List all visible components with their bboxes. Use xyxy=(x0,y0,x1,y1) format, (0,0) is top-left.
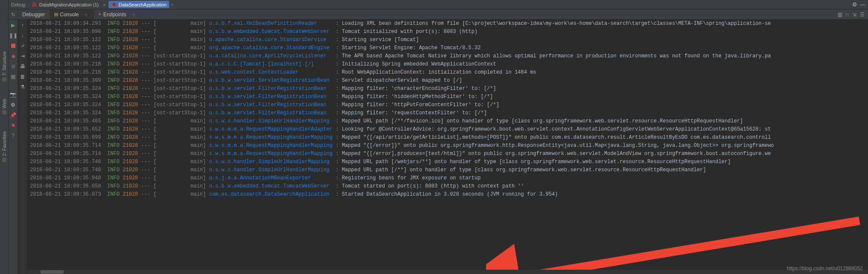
stop-icon[interactable] xyxy=(10,43,16,49)
bug-icon: 🐞 xyxy=(31,2,37,7)
debug-toolbar: ↻ Debugger ▤ Console →| ✦ Endpoints →| ▥… xyxy=(9,9,868,20)
layout-icon[interactable]: ▥ xyxy=(838,12,842,18)
help-icon[interactable]: ? xyxy=(10,133,16,139)
tab-console[interactable]: ▤ Console →| xyxy=(50,9,93,19)
log-line: 2018-08-21 18:09:35.699 INFO 21028 --- [… xyxy=(30,134,865,142)
log-line: 2018-08-21 18:09:35.652 INFO 21028 --- [… xyxy=(30,125,865,134)
settings-icon[interactable]: ⚙ xyxy=(10,102,16,108)
minimize-icon[interactable]: — xyxy=(860,1,865,8)
right-toolbar: ▥ ⏍ ⇲ ☰ xyxy=(838,12,868,18)
pause-icon[interactable]: ❚❚ xyxy=(10,33,16,39)
log-line: 2018-08-21 18:09:35.122 INFO 21028 --- [… xyxy=(30,44,865,52)
endpoints-icon: ✦ xyxy=(98,12,102,17)
favorites-tool-button[interactable]: 2: Favorites xyxy=(2,131,7,162)
tab-debugger[interactable]: Debugger xyxy=(18,9,50,19)
log-line: 2018-08-21 18:09:35.324 INFO 21028 --- [… xyxy=(30,101,865,109)
print-icon[interactable]: 🖶 xyxy=(20,63,26,69)
chevron-right-icon: →| xyxy=(81,12,89,17)
chevron-right-icon: →| xyxy=(128,12,136,17)
debugger-gutter: ▶ ❚❚ ◉ ⊘ ▦ 📷 ⚙ 📌 ✖ ? xyxy=(9,20,18,274)
log-line: 2018-08-21 18:09:35.714 INFO 21028 --- [… xyxy=(30,150,865,158)
log-line: 2018-08-21 18:09:35.746 INFO 21028 --- [… xyxy=(30,166,865,174)
log-line: 2018-08-21 18:09:35.309 INFO 21028 --- [… xyxy=(30,77,865,85)
rerun-gutter: ↻ xyxy=(9,9,18,19)
close-icon[interactable]: ✖ xyxy=(10,122,16,128)
run-config-1-label: DataMigrationApplication (1) xyxy=(39,2,99,7)
debug-tabset: Debugger ▤ Console →| ✦ Endpoints →| xyxy=(18,9,141,19)
log-line: 2018-08-21 18:09:35.090 INFO 21028 --- [… xyxy=(30,28,865,36)
console-action-gutter: ↑ ↓ ⤶ ⇥ 🖶 🗑 ⚗ xyxy=(18,20,27,274)
structure-tool-button[interactable]: 7: Structure xyxy=(2,51,7,82)
run-config-2[interactable]: 🐞 DataSearchApplication xyxy=(108,1,169,8)
log-line: 2018-08-21 18:09:35.465 INFO 21028 --- [… xyxy=(30,117,865,125)
log-line: 2018-08-21 18:09:36.058 INFO 21028 --- [… xyxy=(30,182,865,191)
run-config-2-label: DataSearchApplication xyxy=(119,2,167,7)
up-stack-icon[interactable]: ↑ xyxy=(20,22,26,28)
rerun-icon[interactable]: ↻ xyxy=(11,12,15,18)
log-line: 2018-08-21 18:09:35.216 INFO 21028 --- [… xyxy=(30,60,865,68)
settings-icon[interactable]: ⚙ xyxy=(852,1,857,8)
log-line: 2018-08-21 18:09:35.216 INFO 21028 --- [… xyxy=(30,68,865,77)
more-icon[interactable]: ☰ xyxy=(860,12,865,18)
console-output[interactable]: 2018-08-21 18:09:34.293 INFO 21028 --- [… xyxy=(27,20,868,274)
log-line: 2018-08-21 18:09:35.948 INFO 21028 --- [… xyxy=(30,174,865,182)
star-icon xyxy=(2,158,6,162)
svg-rect-0 xyxy=(11,44,15,48)
scrollbar-thumb[interactable] xyxy=(40,270,64,274)
pin-icon[interactable]: 📌 xyxy=(10,112,16,118)
log-line: 2018-08-21 18:09:34.293 INFO 21028 --- [… xyxy=(30,20,865,28)
down-stack-icon[interactable]: ↓ xyxy=(20,33,26,39)
close-config-1[interactable]: × xyxy=(103,2,105,7)
layout-icon[interactable]: ▦ xyxy=(10,74,16,80)
export-icon[interactable]: ⇲ xyxy=(852,12,856,18)
tab-endpoints[interactable]: ✦ Endpoints →| xyxy=(93,9,141,19)
clear-icon[interactable]: 🗑 xyxy=(20,74,26,80)
debug-body: ▶ ❚❚ ◉ ⊘ ▦ 📷 ⚙ 📌 ✖ ? ↑ ↓ ⤶ ⇥ 🖶 🗑 ⚗ 2018-… xyxy=(9,20,868,274)
watermark: https://blog.csdn.net/u012888052 xyxy=(787,265,863,271)
log-line: 2018-08-21 18:09:35.324 INFO 21028 --- [… xyxy=(30,85,865,93)
web-tool-button[interactable]: Web xyxy=(2,99,7,114)
thread-dump-icon[interactable]: 📷 xyxy=(10,92,16,98)
log-line: 2018-08-21 18:09:35.714 INFO 21028 --- [… xyxy=(30,142,865,150)
log-line: 2018-08-21 18:09:35.122 INFO 21028 --- [… xyxy=(30,52,865,60)
debug-header: Debug: 🐞 DataMigrationApplication (1) × … xyxy=(9,0,868,9)
log-line: 2018-08-21 18:09:35.324 INFO 21028 --- [… xyxy=(30,93,865,101)
resume-icon[interactable]: ▶ xyxy=(10,22,16,28)
close-config-2[interactable]: × xyxy=(171,2,174,7)
pin-icon[interactable]: ⏍ xyxy=(846,12,849,18)
bug-icon: 🐞 xyxy=(111,2,117,7)
filter-icon[interactable]: ⚗ xyxy=(20,84,26,90)
log-line: 2018-08-21 18:09:36.073 INFO 21028 --- [… xyxy=(30,191,865,199)
h-scrollbar[interactable] xyxy=(27,270,868,274)
structure-icon xyxy=(2,77,6,82)
annotation-arrow xyxy=(486,204,868,274)
log-line: 2018-08-21 18:09:35.122 INFO 21028 --- [… xyxy=(30,36,865,44)
web-icon xyxy=(2,110,6,114)
debug-label: Debug: xyxy=(11,2,26,7)
run-config-1[interactable]: 🐞 DataMigrationApplication (1) xyxy=(29,1,101,8)
console-icon: ▤ xyxy=(54,12,58,17)
log-line: 2018-08-21 18:09:35.746 INFO 21028 --- [… xyxy=(30,158,865,166)
view-breakpoints-icon[interactable]: ◉ xyxy=(10,53,16,59)
mute-breakpoints-icon[interactable]: ⊘ xyxy=(10,63,16,69)
debug-panel: Debug: 🐞 DataMigrationApplication (1) × … xyxy=(9,0,868,274)
log-line: 2018-08-21 18:09:35.324 INFO 21028 --- [… xyxy=(30,109,865,117)
soft-wrap-icon[interactable]: ⤶ xyxy=(20,43,26,49)
scroll-end-icon[interactable]: ⇥ xyxy=(20,53,26,59)
tool-window-strip: 7: Structure Web 2: Favorites xyxy=(0,0,9,274)
